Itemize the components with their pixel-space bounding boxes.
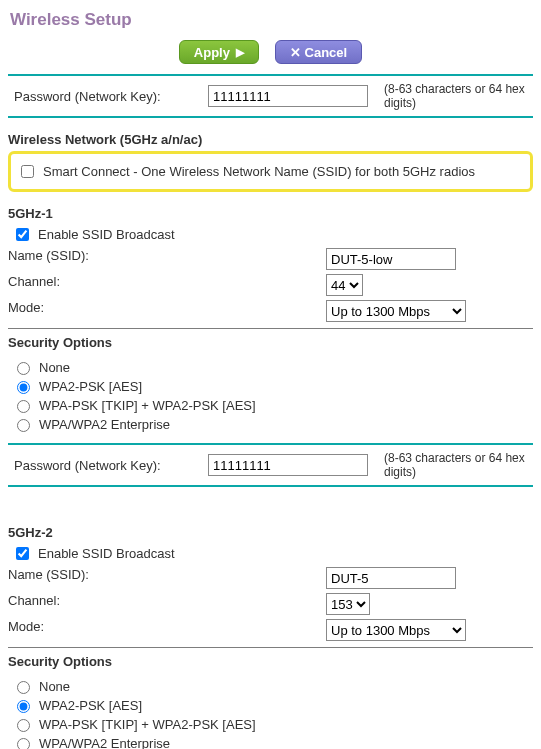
radio1-channel-label: Channel: <box>8 274 326 296</box>
radio1-password-hint: (8-63 characters or 64 hex digits) <box>384 451 528 479</box>
radio2-sec-mixed[interactable] <box>17 719 30 732</box>
radio2-sec-wpa2psk[interactable] <box>17 700 30 713</box>
cancel-button-label: Cancel <box>305 45 348 60</box>
smart-connect-highlight: Smart Connect - One Wireless Network Nam… <box>8 151 533 192</box>
radio1-security-options: None WPA2-PSK [AES] WPA-PSK [TKIP] + WPA… <box>8 354 533 437</box>
radio1-ssid-label: Name (SSID): <box>8 248 326 270</box>
radio2-sec-enterprise[interactable] <box>17 738 30 749</box>
radio1-sec-mixed-label: WPA-PSK [TKIP] + WPA2-PSK [AES] <box>39 398 256 413</box>
radio1-password-label: Password (Network Key): <box>8 458 208 473</box>
page-title: Wireless Setup <box>10 10 533 30</box>
smart-connect-label: Smart Connect - One Wireless Network Nam… <box>43 164 475 179</box>
top-password-row: Password (Network Key): (8-63 characters… <box>8 82 533 110</box>
radio1-sec-mixed[interactable] <box>17 400 30 413</box>
radio1-sec-enterprise-label: WPA/WPA2 Enterprise <box>39 417 170 432</box>
radio2-sec-mixed-label: WPA-PSK [TKIP] + WPA2-PSK [AES] <box>39 717 256 732</box>
radio1-password-input[interactable] <box>208 454 368 476</box>
radio2-enable-ssid-checkbox[interactable] <box>16 547 29 560</box>
radio1-enable-ssid-checkbox[interactable] <box>16 228 29 241</box>
radio2-security-title: Security Options <box>8 654 533 669</box>
radio2-channel-select[interactable]: 153 <box>326 593 370 615</box>
radio1-sec-wpa2psk-label: WPA2-PSK [AES] <box>39 379 142 394</box>
radio2-ssid-label: Name (SSID): <box>8 567 326 589</box>
radio1-channel-select[interactable]: 44 <box>326 274 363 296</box>
divider <box>8 74 533 76</box>
radio2-mode-select[interactable]: Up to 1300 Mbps <box>326 619 466 641</box>
cancel-button[interactable]: ✕ Cancel <box>275 40 363 64</box>
radio2-ssid-input[interactable] <box>326 567 456 589</box>
top-password-hint: (8-63 characters or 64 hex digits) <box>384 82 528 110</box>
radio1-heading: 5GHz-1 <box>8 206 533 221</box>
radio1-mode-select[interactable]: Up to 1300 Mbps <box>326 300 466 322</box>
radio1-security-title: Security Options <box>8 335 533 350</box>
top-password-input[interactable] <box>208 85 368 107</box>
radio2-heading: 5GHz-2 <box>8 525 533 540</box>
button-row: Apply ▶ ✕ Cancel <box>8 40 533 64</box>
radio1-mode-label: Mode: <box>8 300 326 322</box>
apply-button[interactable]: Apply ▶ <box>179 40 259 64</box>
radio2-sec-enterprise-label: WPA/WPA2 Enterprise <box>39 736 170 750</box>
top-password-label: Password (Network Key): <box>8 89 208 104</box>
radio2-mode-label: Mode: <box>8 619 326 641</box>
radio1-ssid-input[interactable] <box>326 248 456 270</box>
divider <box>8 328 533 329</box>
divider <box>8 443 533 445</box>
close-icon: ✕ <box>290 45 301 60</box>
smart-connect-checkbox[interactable] <box>21 165 34 178</box>
radio1-sec-none-label: None <box>39 360 70 375</box>
radio2-sec-wpa2psk-label: WPA2-PSK [AES] <box>39 698 142 713</box>
play-icon: ▶ <box>236 46 244 59</box>
radio1-sec-none[interactable] <box>17 362 30 375</box>
radio1-password-row: Password (Network Key): (8-63 characters… <box>8 451 533 479</box>
apply-button-label: Apply <box>194 45 230 60</box>
radio2-security-options: None WPA2-PSK [AES] WPA-PSK [TKIP] + WPA… <box>8 673 533 749</box>
radio2-channel-label: Channel: <box>8 593 326 615</box>
divider <box>8 116 533 118</box>
radio1-enable-ssid-label: Enable SSID Broadcast <box>38 227 175 242</box>
divider <box>8 647 533 648</box>
wireless-network-title: Wireless Network (5GHz a/n/ac) <box>8 132 533 147</box>
radio2-sec-none-label: None <box>39 679 70 694</box>
divider <box>8 485 533 487</box>
radio1-sec-wpa2psk[interactable] <box>17 381 30 394</box>
radio2-enable-ssid-label: Enable SSID Broadcast <box>38 546 175 561</box>
radio1-sec-enterprise[interactable] <box>17 419 30 432</box>
radio2-sec-none[interactable] <box>17 681 30 694</box>
